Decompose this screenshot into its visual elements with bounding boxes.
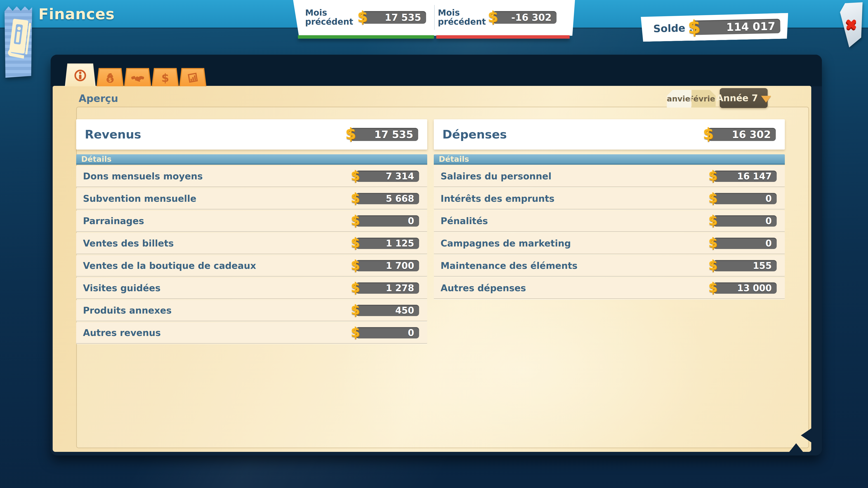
row-value-pill: $1 278 [356,283,419,294]
dollar-sign-icon: $ [159,71,172,84]
tab-handshake[interactable] [124,68,151,86]
row-value: 450 [395,305,419,316]
row-value: 5 668 [386,193,419,204]
revenues-total-pill: $ 17 535 [350,128,418,141]
dollar-icon: $ [345,125,356,143]
page-title: Finances [38,5,115,23]
svg-text:$: $ [161,72,169,84]
tab-money-bag[interactable]: $ [96,68,124,86]
row-value: 7 314 [386,171,419,182]
table-row: Ventes de la boutique de cadeaux $1 700 [76,255,427,276]
expenses-header-card: Dépenses $ 16 302 [434,119,785,150]
row-value-pill: $0 [713,215,777,227]
prev-month-income-panel: Mois précédent $ 17 535 [293,8,434,26]
dollar-icon: $ [688,17,701,38]
section-title: Aperçu [79,93,118,104]
revenues-column: Revenus $ 17 535 Détails Dons mensuels m… [76,119,427,344]
chevron-down-icon [761,96,771,103]
dollar-icon: $ [488,8,498,26]
balance-label: Solde : [653,22,693,35]
year-dropdown[interactable]: Année 7 [720,88,768,108]
row-value: 1 700 [386,260,419,271]
dollar-icon: $ [351,280,360,295]
row-value-pill: $450 [356,305,419,316]
row-value-pill: $0 [713,193,777,204]
table-row: Intérêts des emprunts $0 [434,188,785,209]
bar-chart-icon [186,71,199,84]
row-value-pill: $0 [356,327,419,338]
revenues-rows: Dons mensuels moyens $7 314 Subvention m… [76,166,427,344]
row-value: 1 278 [386,283,419,293]
table-row: Autres revenus $0 [76,322,427,344]
dollar-icon: $ [351,302,360,318]
row-label: Campagnes de marketing [434,238,571,249]
dollar-icon: $ [708,280,717,295]
dollar-icon: $ [708,168,717,183]
expenses-title: Dépenses [434,128,507,141]
row-value-pill: $0 [713,238,777,249]
row-value: 0 [765,216,777,226]
month-tab-fevrier[interactable]: Février [692,90,716,107]
svg-text:$: $ [108,77,112,83]
row-value-pill: $13 000 [713,283,777,294]
row-value-pill: $0 [356,215,419,227]
tab-handshake-face [125,69,150,86]
row-value-pill: $155 [713,260,777,271]
row-value: 13 000 [737,283,777,293]
expenses-column: Dépenses $ 16 302 Détails Salaires du pe… [434,119,785,299]
tab-dollar-sign[interactable]: $ [152,68,179,86]
revenues-title: Revenus [76,128,141,141]
dollar-icon: $ [703,125,714,143]
tab-dollar-sign-face: $ [153,69,178,86]
balance-banner: Solde : $ 114 017 [641,13,789,42]
prev-month-expense-label: Mois précédent [438,8,490,26]
dollar-icon: $ [351,168,360,183]
table-row: Subvention mensuelle $5 668 [76,188,427,209]
row-value: 155 [753,260,777,271]
row-label: Dons mensuels moyens [76,171,203,182]
dollar-icon: $ [358,8,368,26]
prev-month-income-label: Mois précédent [305,8,357,26]
table-row: Dons mensuels moyens $7 314 [76,166,427,187]
close-button[interactable] [839,2,863,47]
row-value-pill: $5 668 [356,193,419,204]
tab-money-bag-face: $ [98,69,123,86]
expenses-details-header: Détails [434,154,785,165]
prev-month-expense-value: -16 302 [511,12,557,23]
row-label: Parrainages [76,216,144,226]
row-label: Ventes de la boutique de cadeaux [76,260,256,271]
dollar-icon: $ [708,235,717,250]
row-label: Visites guidées [76,283,160,293]
expenses-rows: Salaires du personnel $16 147 Intérêts d… [434,166,785,299]
row-label: Pénalités [434,216,488,226]
row-value-pill: $1 700 [356,260,419,271]
balance-value: 114 017 [726,20,780,33]
row-value: 16 147 [737,171,777,182]
expenses-details-label: Détails [434,155,469,164]
tab-bar-chart[interactable] [179,68,206,86]
row-value: 0 [408,216,419,226]
dollar-icon: $ [708,257,717,273]
table-row: Parrainages $0 [76,210,427,232]
row-label: Autres revenus [76,328,161,338]
income-indicator-bar [298,35,434,39]
row-label: Autres dépenses [434,283,526,293]
row-value: 0 [765,238,777,249]
money-bag-icon: $ [104,71,116,84]
row-value: 0 [765,193,777,204]
row-value-pill: $1 125 [356,238,419,249]
row-label: Intérêts des emprunts [434,193,555,204]
month-tab-janvier[interactable]: Janvier [667,90,691,107]
row-label: Ventes des billets [76,238,174,249]
revenues-header-card: Revenus $ 17 535 [76,119,427,150]
revenues-details-header: Détails [76,154,427,165]
table-row: Autres dépenses $13 000 [434,278,785,299]
balance-pill: $ 114 017 [693,19,780,35]
row-label: Produits annexes [76,305,172,316]
prev-month-income-value: 17 535 [385,12,426,23]
prev-month-income-pill: $ 17 535 [362,11,426,24]
row-value: 1 125 [386,238,419,249]
table-row: Salaires du personnel $16 147 [434,166,785,187]
prev-month-expense-panel: Mois précédent $ -16 302 [435,8,575,26]
tab-info[interactable] [65,64,96,86]
